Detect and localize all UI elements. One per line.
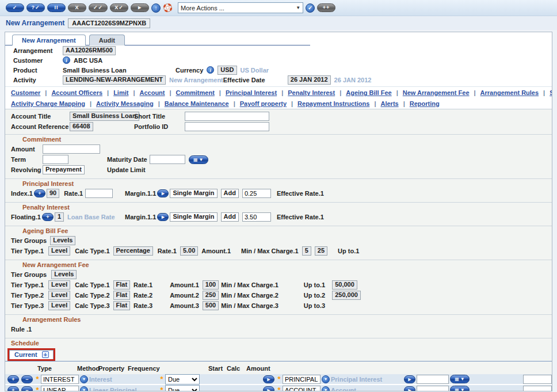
fee-rate-value: 5.00: [180, 246, 198, 256]
remove-row-button[interactable]: −: [21, 375, 33, 383]
tier-type-value: Level: [48, 246, 70, 256]
nav-link-new-arrangement-fee[interactable]: New Arrangement Fee: [403, 89, 470, 96]
penalty-margin-rate-input[interactable]: [242, 212, 271, 222]
commit-button[interactable]: ✓: [6, 3, 24, 12]
index-expand-button[interactable]: +: [34, 189, 45, 197]
type-input[interactable]: [41, 375, 79, 384]
penalty-margin-operand-value[interactable]: Add: [221, 212, 239, 222]
remove-row-button[interactable]: −: [21, 386, 33, 392]
more-actions-select[interactable]: More Actions ... ▼: [178, 2, 303, 13]
type-input[interactable]: [41, 386, 79, 392]
term-input[interactable]: [43, 155, 68, 164]
nav-link-schedule[interactable]: Schedule: [550, 89, 552, 96]
add-schedule-icon[interactable]: +: [42, 351, 49, 358]
frequency-select[interactable]: Due: [165, 374, 200, 385]
start-date-input[interactable]: [417, 375, 449, 384]
product-value: Small Business Loan: [63, 67, 127, 74]
rule-label: Rule .1: [11, 326, 32, 333]
help-icon[interactable]: [163, 3, 172, 12]
naf-tier-groups-value: Levels: [51, 270, 77, 279]
margin-rate-input[interactable]: [242, 189, 271, 198]
property-input[interactable]: [283, 375, 321, 384]
nav-link-principal-interest[interactable]: Principal Interest: [226, 89, 277, 96]
confirm-button[interactable]: ✓: [306, 3, 315, 13]
delete-button[interactable]: X: [68, 3, 86, 12]
commitment-amount-input[interactable]: [43, 144, 100, 154]
authorise-button[interactable]: ✓✓: [89, 3, 108, 12]
add-row-button[interactable]: +: [7, 375, 19, 383]
section-new-arrangement-fee: New Arrangement Fee Tier Groups Levels T…: [5, 260, 552, 312]
nav-link-payoff-property[interactable]: Payoff property: [240, 100, 287, 107]
section-schedule: Schedule Current + Type Method Property …: [5, 338, 552, 391]
schedule-tab-current[interactable]: Current +: [9, 350, 54, 359]
tab-new-arrangement[interactable]: New Arrangement: [12, 35, 86, 45]
calc-type-label: Calc Type.1: [75, 248, 109, 254]
maturity-date-input[interactable]: [150, 155, 185, 164]
nav-link-reporting[interactable]: Reporting: [410, 100, 440, 107]
nav-link-alerts[interactable]: Alerts: [380, 100, 398, 107]
start-expand-button[interactable]: ►: [404, 375, 415, 383]
property-expand-button[interactable]: ►: [263, 375, 274, 383]
upload-button[interactable]: ↑: [151, 3, 161, 13]
transaction-id: AAACT12026S9MZPNXB: [68, 18, 150, 28]
margin-operand-value[interactable]: Add: [221, 189, 239, 198]
required-icon: *: [34, 386, 41, 391]
amount-input[interactable]: [523, 386, 552, 392]
amount-input[interactable]: [523, 375, 552, 384]
frequency-select[interactable]: Due: [165, 385, 200, 392]
hold-button[interactable]: II: [47, 3, 66, 12]
principal-interest-title: Principal Interest: [5, 180, 552, 188]
fee-tier-row: Tier Type.2 Level Calc Type.2 Flat Rate.…: [5, 290, 552, 300]
chevron-down-circle-icon[interactable]: ▾: [322, 386, 330, 392]
maturity-calendar-button[interactable]: ▦▼: [189, 155, 208, 164]
section-ageing-bill-fee: Ageing Bill Fee Tier Groups Levels Tier …: [5, 226, 552, 257]
nav-link-customer[interactable]: Customer: [11, 89, 40, 96]
nav-link-activity-messaging[interactable]: Activity Messaging: [96, 100, 154, 107]
nav-link-ageing-bill-fee[interactable]: Ageing Bill Fee: [346, 89, 391, 96]
forward-button[interactable]: ►: [131, 3, 149, 12]
margin-expand-button[interactable]: ►: [157, 189, 169, 197]
reject-button[interactable]: X✓: [110, 3, 128, 12]
customer-value: ABC USA: [74, 57, 102, 64]
nav-link-penalty-interest[interactable]: Penalty Interest: [288, 89, 335, 96]
penalty-margin-type-value[interactable]: Single Margin: [170, 212, 217, 222]
floating-expand-button[interactable]: +: [42, 213, 54, 221]
nav-link-limit[interactable]: Limit: [113, 89, 128, 96]
nav-link-account-officers[interactable]: Account Officers: [51, 89, 102, 96]
property-input[interactable]: [283, 386, 321, 392]
rate-input[interactable]: [85, 189, 113, 198]
start-calendar-button[interactable]: ▦▼: [450, 386, 470, 391]
nav-link-activity-charge-mapping[interactable]: Activity Charge Mapping: [11, 100, 85, 107]
chevron-down-circle-icon[interactable]: ▾: [80, 375, 88, 383]
nav-link-arrangement-rules[interactable]: Arrangement Rules: [480, 89, 539, 96]
tab-audit[interactable]: Audit: [89, 35, 125, 45]
effective-date-label: Effective Date: [223, 77, 288, 83]
nav-link-account[interactable]: Account: [140, 89, 165, 96]
dropdown-arrow-icon: ▼: [460, 387, 465, 391]
expand-all-button[interactable]: ++: [317, 3, 335, 12]
chevron-down-circle-icon[interactable]: ▾: [322, 375, 330, 383]
penalty-margin-expand-button[interactable]: ►: [157, 213, 169, 221]
nav-link-commitment[interactable]: Commitment: [176, 89, 215, 96]
customer-info-icon[interactable]: i: [63, 56, 70, 64]
start-expand-button[interactable]: ►: [404, 386, 415, 392]
arrangement-row: Arrangement AA12026RM500: [5, 45, 552, 55]
prepayment-button[interactable]: Prepayment: [43, 165, 85, 174]
portfolio-id-input[interactable]: [185, 122, 269, 131]
dropdown-arrow-icon: ▼: [296, 5, 300, 10]
property-expand-button[interactable]: ►: [263, 386, 274, 392]
margin-type-value[interactable]: Single Margin: [170, 189, 217, 198]
section-arrangement-rules: Arrangement Rules Rule .1: [5, 314, 552, 336]
start-date-input[interactable]: [417, 386, 449, 392]
nav-link-balance-maintenance[interactable]: Balance Maintenance: [165, 100, 229, 107]
start-calendar-button[interactable]: ▦▼: [450, 375, 470, 383]
currency-info-icon[interactable]: i: [207, 66, 214, 74]
short-title-input[interactable]: [185, 112, 269, 121]
verify-button[interactable]: ?✓: [26, 3, 45, 12]
nav-row-2: Activity Charge MappingActivity Messagin…: [5, 98, 552, 109]
type-enrichment: Linear Principal: [89, 387, 158, 392]
chevron-down-circle-icon[interactable]: ▾: [80, 386, 88, 392]
nav-link-repayment-instructions[interactable]: Repayment Instructions: [297, 100, 369, 107]
add-row-button[interactable]: +: [7, 386, 19, 392]
tier-groups-value: Levels: [50, 236, 75, 245]
